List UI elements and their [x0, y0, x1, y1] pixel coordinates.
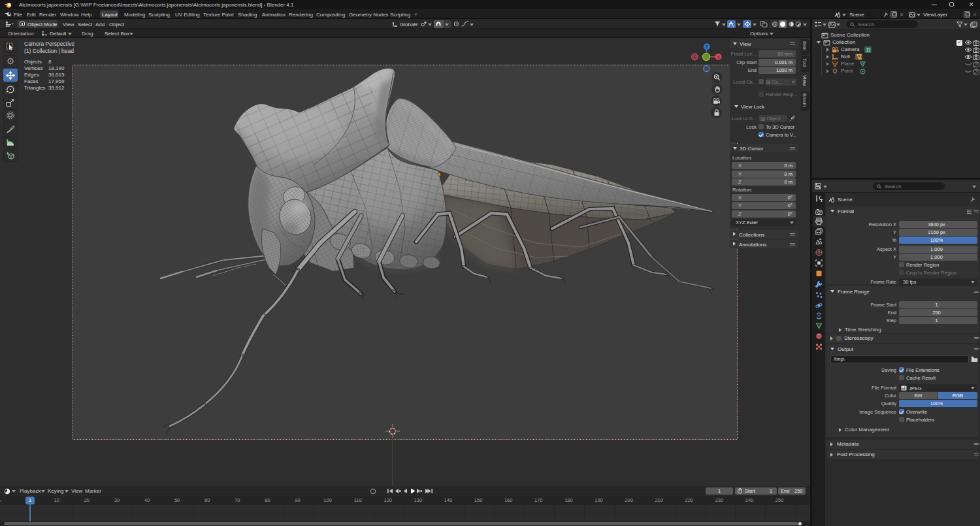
svg-text:X: X [717, 55, 720, 59]
svg-text:0: 0 [973, 22, 975, 26]
svg-text:Z: Z [706, 44, 709, 49]
